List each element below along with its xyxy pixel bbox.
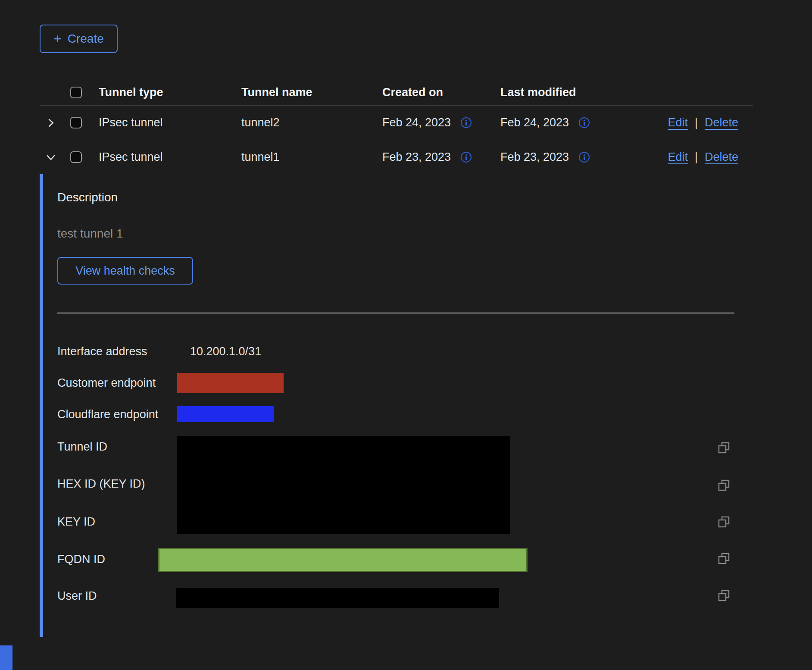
info-icon[interactable] [460, 151, 472, 163]
table-row: IPsec tunnel tunnel2 Feb 24, 2023 Feb 24… [40, 105, 753, 140]
description-value: test tunnel 1 [57, 227, 123, 241]
interface-address-value: 10.200.1.0/31 [190, 344, 261, 358]
copy-icon[interactable] [718, 516, 730, 528]
create-button-label: Create [68, 32, 104, 46]
ids-redacted-value [177, 436, 510, 534]
info-icon[interactable] [578, 117, 590, 128]
corner-accent-block [0, 645, 12, 670]
copy-icon[interactable] [718, 553, 730, 564]
fqdn-id-label: FQDN ID [57, 552, 105, 566]
description-heading: Description [57, 191, 118, 204]
row-checkbox[interactable] [70, 117, 82, 128]
delete-link[interactable]: Delete [705, 150, 738, 164]
row-checkbox[interactable] [70, 151, 82, 163]
last-modified-cell: Feb 24, 2023 [500, 116, 569, 129]
tunnels-table: Tunnel type Tunnel name Created on Last … [40, 79, 753, 174]
created-on-cell: Feb 23, 2023 [382, 150, 451, 164]
tunnel-id-label: Tunnel ID [57, 440, 107, 454]
view-health-checks-button[interactable]: View health checks [57, 257, 193, 285]
tunnel-name-cell: tunnel1 [241, 150, 382, 164]
select-all-checkbox[interactable] [70, 87, 82, 98]
header-tunnel-name: Tunnel name [241, 86, 382, 99]
header-created-on: Created on [382, 86, 500, 99]
cloudflare-endpoint-redacted-value [177, 406, 274, 422]
action-separator: | [695, 116, 698, 129]
header-last-modified: Last modified [500, 86, 624, 99]
section-divider [57, 313, 734, 313]
copy-icon[interactable] [718, 590, 730, 601]
customer-endpoint-redacted-value [177, 373, 284, 393]
created-on-cell: Feb 24, 2023 [382, 116, 451, 129]
expanded-detail-panel: Description test tunnel 1 View health ch… [40, 174, 753, 637]
info-icon[interactable] [578, 151, 590, 163]
customer-endpoint-label: Customer endpoint [57, 376, 156, 390]
plus-icon: + [53, 32, 62, 46]
tunnel-type-cell: IPsec tunnel [99, 116, 241, 129]
copy-icon[interactable] [718, 479, 730, 491]
table-row: IPsec tunnel tunnel1 Feb 23, 2023 Feb 23… [40, 140, 753, 174]
hex-id-label: HEX ID (KEY ID) [57, 477, 145, 491]
fqdn-id-redacted-value [158, 548, 528, 572]
create-button[interactable]: + Create [40, 25, 118, 53]
chevron-down-icon[interactable] [46, 152, 56, 163]
header-tunnel-type: Tunnel type [99, 86, 241, 99]
table-header-row: Tunnel type Tunnel name Created on Last … [40, 79, 753, 105]
edit-link[interactable]: Edit [668, 116, 688, 129]
copy-icon[interactable] [718, 442, 730, 454]
key-id-label: KEY ID [57, 515, 95, 529]
user-id-label: User ID [57, 589, 97, 603]
delete-link[interactable]: Delete [705, 116, 738, 129]
tunnel-name-cell: tunnel2 [241, 116, 382, 129]
info-icon[interactable] [460, 117, 472, 128]
cloudflare-endpoint-label: Cloudflare endpoint [57, 407, 158, 421]
edit-link[interactable]: Edit [668, 150, 688, 164]
last-modified-cell: Feb 23, 2023 [500, 150, 569, 164]
user-id-redacted-value [176, 588, 499, 608]
chevron-right-icon[interactable] [46, 118, 56, 128]
tunnel-type-cell: IPsec tunnel [99, 150, 241, 164]
action-separator: | [695, 150, 698, 164]
interface-address-label: Interface address [57, 344, 147, 358]
